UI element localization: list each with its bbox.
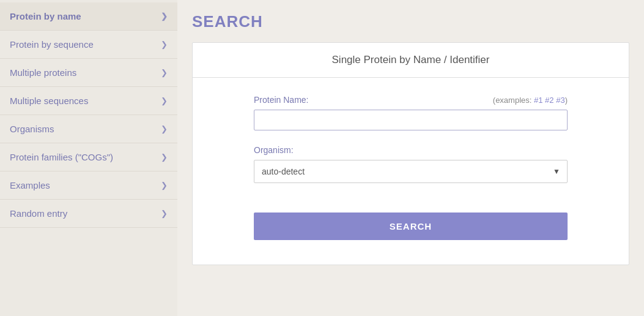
chevron-right-icon: ❯ xyxy=(161,12,168,21)
chevron-right-icon: ❯ xyxy=(161,68,168,77)
page-title: SEARCH xyxy=(192,12,629,31)
organism-label-row: Organism: xyxy=(254,145,568,155)
chevron-right-icon: ❯ xyxy=(161,124,168,134)
main-content: SEARCH Single Protein by Name / Identifi… xyxy=(177,0,644,316)
sidebar-item-label: Examples xyxy=(10,180,50,190)
example1-link[interactable]: #1 xyxy=(534,96,542,105)
sidebar-item-label: Protein by sequence xyxy=(10,39,94,50)
sidebar-item-examples[interactable]: Examples ❯ xyxy=(0,171,177,200)
organism-select-wrapper: auto-detect ▼ xyxy=(254,160,568,183)
sidebar-item-protein-families[interactable]: Protein families ("COGs") ❯ xyxy=(0,143,177,171)
example3-link[interactable]: #3 xyxy=(556,96,564,105)
sidebar: Protein by name ❯ Protein by sequence ❯ … xyxy=(0,0,177,316)
card-header-title: Single Protein by Name / Identifier xyxy=(332,54,490,66)
examples-text: (examples: #1 #2 #3) xyxy=(493,96,568,105)
sidebar-item-protein-by-name[interactable]: Protein by name ❯ xyxy=(0,2,177,31)
chevron-right-icon: ❯ xyxy=(161,40,168,49)
protein-name-label: Protein Name: xyxy=(254,95,308,105)
sidebar-item-label: Multiple sequences xyxy=(10,96,88,106)
sidebar-item-label: Organisms xyxy=(10,124,54,134)
sidebar-item-protein-by-sequence[interactable]: Protein by sequence ❯ xyxy=(0,31,177,59)
sidebar-item-label: Random entry xyxy=(10,208,67,219)
protein-name-input[interactable] xyxy=(254,110,568,130)
search-card: Single Protein by Name / Identifier Prot… xyxy=(192,42,629,265)
sidebar-item-multiple-proteins[interactable]: Multiple proteins ❯ xyxy=(0,59,177,87)
sidebar-item-random-entry[interactable]: Random entry ❯ xyxy=(0,200,177,228)
card-body: Protein Name: (examples: #1 #2 #3) Organ… xyxy=(193,78,629,265)
organism-group: Organism: auto-detect ▼ xyxy=(254,145,568,183)
sidebar-item-label: Protein by name xyxy=(10,11,81,21)
protein-name-group: Protein Name: (examples: #1 #2 #3) xyxy=(254,95,568,130)
chevron-right-icon: ❯ xyxy=(161,152,168,162)
card-header: Single Protein by Name / Identifier xyxy=(193,43,629,78)
examples-prefix: (examples: xyxy=(493,96,532,105)
organism-select[interactable]: auto-detect xyxy=(254,160,568,183)
sidebar-item-multiple-sequences[interactable]: Multiple sequences ❯ xyxy=(0,87,177,115)
sidebar-item-label: Multiple proteins xyxy=(10,67,76,78)
chevron-right-icon: ❯ xyxy=(161,209,168,218)
protein-name-label-row: Protein Name: (examples: #1 #2 #3) xyxy=(254,95,568,105)
organism-label: Organism: xyxy=(254,145,294,155)
chevron-right-icon: ❯ xyxy=(161,96,168,105)
example2-link[interactable]: #2 xyxy=(545,96,553,105)
search-button[interactable]: SEARCH xyxy=(254,213,568,240)
chevron-right-icon: ❯ xyxy=(161,181,168,190)
sidebar-item-label: Protein families ("COGs") xyxy=(10,152,113,162)
sidebar-item-organisms[interactable]: Organisms ❯ xyxy=(0,115,177,143)
